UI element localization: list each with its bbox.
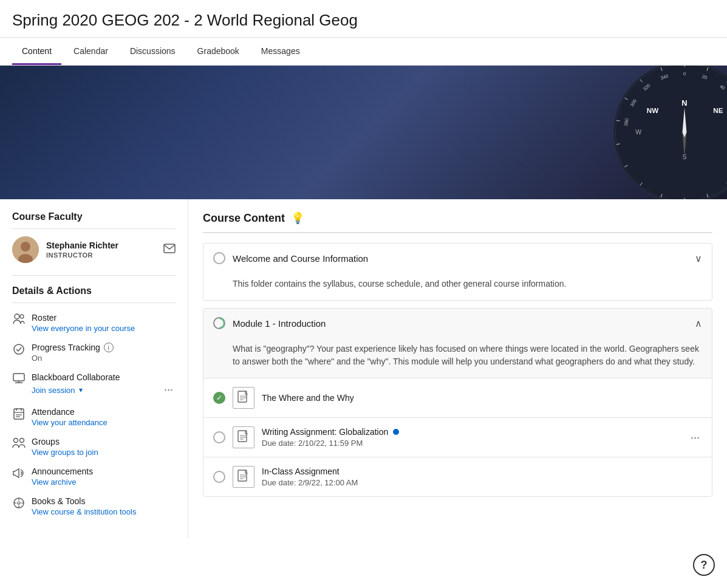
collaborate-icon: [12, 373, 26, 387]
books-icon: [12, 497, 26, 512]
join-session-row: Join session ▾ ···: [32, 382, 176, 397]
main-layout: Course Faculty Stephanie Richter INSTRUC…: [0, 199, 727, 538]
attendance-icon: [12, 408, 26, 423]
progress-icon: [12, 343, 26, 358]
folder-module1: Module 1 - Introduction ∧ What is "geogr…: [203, 308, 712, 497]
faculty-name: Stephanie Richter: [46, 241, 156, 250]
item-inclass-title: In-Class Assignment: [262, 467, 702, 476]
svg-text:N: N: [681, 98, 687, 108]
tab-messages[interactable]: Messages: [251, 38, 310, 65]
announcements-label: Announcements: [32, 467, 176, 476]
sidebar: Course Faculty Stephanie Richter INSTRUC…: [0, 199, 188, 538]
books-link[interactable]: View course & institution tools: [32, 507, 176, 516]
svg-point-54: [18, 502, 20, 504]
globalization-dots[interactable]: ···: [688, 430, 702, 445]
svg-rect-42: [13, 374, 24, 381]
hero-banner: 0 20 40 280 300 320 340 N S E W NE NW: [0, 66, 727, 199]
main-content: Course Content 💡 Welcome and Course Info…: [188, 199, 727, 538]
faculty-info: Stephanie Richter INSTRUCTOR: [46, 241, 156, 259]
new-badge: [393, 429, 399, 435]
join-dropdown-icon[interactable]: ▾: [79, 386, 83, 394]
folder-module1-header[interactable]: Module 1 - Introduction ∧: [203, 309, 712, 338]
collaborate-content: Blackboard Collaborate Join session ▾ ··…: [32, 372, 176, 397]
item-where-why-title: The Where and the Why: [262, 393, 702, 403]
folder-welcome-header[interactable]: Welcome and Course Information ∨: [203, 244, 712, 273]
folder-welcome-status: [213, 252, 225, 264]
details-section: Details & Actions Roster View everyone i…: [12, 275, 176, 516]
svg-text:0: 0: [683, 71, 686, 77]
join-session-link[interactable]: Join session: [32, 386, 75, 395]
groups-content: Groups View groups to join: [32, 437, 176, 457]
progress-label: Progress Tracking i: [32, 343, 176, 352]
progress-action: Progress Tracking i On: [12, 343, 176, 363]
svg-point-52: [20, 439, 24, 443]
module1-items: ✓ The Where and the Why: [203, 378, 712, 496]
faculty-section-title: Course Faculty: [12, 211, 176, 229]
groups-action: Groups View groups to join: [12, 437, 176, 457]
item-inclass-doc-icon: [233, 466, 254, 488]
tab-content[interactable]: Content: [12, 38, 61, 65]
progress-content: Progress Tracking i On: [32, 343, 176, 363]
groups-label: Groups: [32, 437, 176, 446]
faculty-role: INSTRUCTOR: [46, 251, 156, 259]
item-globalization-due: Due date: 2/10/22, 11:59 PM: [262, 439, 681, 448]
svg-point-36: [21, 242, 30, 251]
item-globalization-check: [213, 431, 225, 443]
svg-point-59: [214, 318, 224, 328]
item-where-why-check: ✓: [213, 392, 225, 404]
email-icon[interactable]: [163, 244, 176, 256]
announcements-action: Announcements View archive: [12, 467, 176, 487]
roster-link[interactable]: View everyone in your course: [32, 324, 176, 333]
svg-point-41: [14, 344, 24, 354]
item-globalization-title: Writing Assignment: Globalization: [262, 427, 681, 437]
svg-point-51: [14, 439, 18, 443]
groups-icon: [12, 437, 26, 451]
folder-welcome: Welcome and Course Information ∨ This fo…: [203, 243, 712, 301]
item-globalization-info: Writing Assignment: Globalization Due da…: [262, 427, 681, 448]
svg-point-40: [20, 315, 24, 318]
item-inclass-info: In-Class Assignment Due date: 2/9/22, 12…: [262, 467, 702, 487]
folder-module1-desc: What is "geography"? Your past experienc…: [203, 338, 712, 378]
announcements-content: Announcements View archive: [32, 467, 176, 487]
announcements-icon: [12, 467, 26, 482]
item-globalization-doc-icon: [233, 426, 254, 448]
roster-content: Roster View everyone in your course: [32, 313, 176, 333]
content-header: Course Content 💡: [203, 211, 712, 233]
details-section-title: Details & Actions: [12, 285, 176, 303]
svg-text:NW: NW: [647, 106, 658, 114]
content-header-title: Course Content: [203, 212, 285, 225]
roster-icon: [12, 313, 26, 327]
attendance-link[interactable]: View your attendance: [32, 418, 176, 427]
announcements-link[interactable]: View archive: [32, 477, 176, 487]
collaborate-action: Blackboard Collaborate Join session ▾ ··…: [12, 372, 176, 397]
svg-rect-38: [164, 244, 175, 253]
attendance-content: Attendance View your attendance: [32, 407, 176, 427]
folder-welcome-chevron[interactable]: ∨: [695, 253, 702, 264]
folder-module1-chevron[interactable]: ∧: [695, 318, 702, 329]
collaborate-dots[interactable]: ···: [162, 382, 176, 397]
item-where-why-info: The Where and the Why: [262, 393, 702, 403]
roster-action: Roster View everyone in your course: [12, 313, 176, 333]
lightbulb-icon[interactable]: 💡: [291, 211, 304, 225]
item-inclass-check: [213, 471, 225, 483]
tab-bar: Content Calendar Discussions Gradebook M…: [0, 38, 727, 66]
item-inclass: In-Class Assignment Due date: 2/9/22, 12…: [203, 457, 712, 496]
item-where-why: ✓ The Where and the Why: [203, 378, 712, 418]
svg-point-39: [15, 314, 19, 319]
progress-sub: On: [32, 354, 176, 363]
progress-info-icon[interactable]: i: [104, 343, 114, 352]
item-inclass-due: Due date: 2/9/22, 12:00 AM: [262, 478, 702, 487]
svg-text:NE: NE: [713, 106, 723, 114]
books-content: Books & Tools View course & institution …: [32, 496, 176, 516]
tab-calendar[interactable]: Calendar: [64, 38, 118, 65]
books-action: Books & Tools View course & institution …: [12, 496, 176, 516]
svg-text:W: W: [635, 128, 641, 135]
attendance-label: Attendance: [32, 407, 176, 417]
attendance-action: Attendance View your attendance: [12, 407, 176, 427]
groups-link[interactable]: View groups to join: [32, 448, 176, 457]
tab-discussions[interactable]: Discussions: [120, 38, 185, 65]
folder-welcome-title: Welcome and Course Information: [233, 253, 688, 264]
svg-point-0: [613, 66, 727, 199]
tab-gradebook[interactable]: Gradebook: [188, 38, 249, 65]
svg-rect-45: [14, 409, 24, 419]
